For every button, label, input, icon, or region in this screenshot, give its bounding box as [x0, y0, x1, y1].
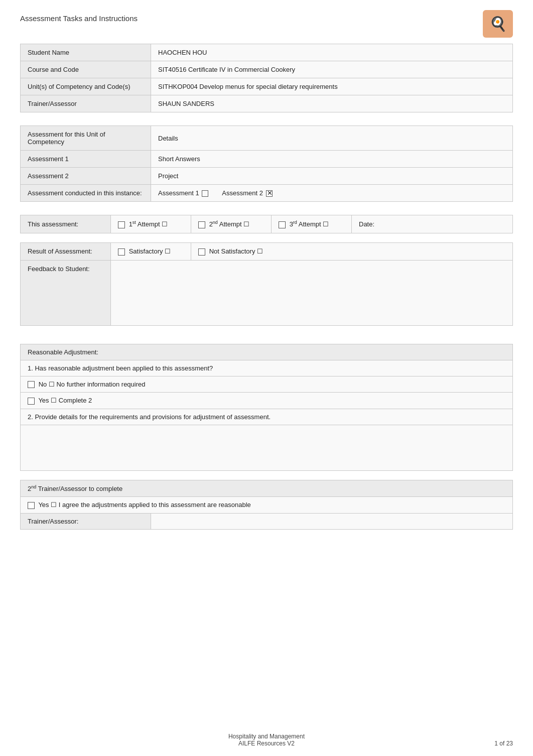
- assess2-checkbox[interactable]: Assessment 2 ✕: [222, 189, 272, 197]
- ra-header: Reasonable Adjustment:: [21, 344, 512, 360]
- ra-item1-text: 1. Has reasonable adjustment been applie…: [28, 364, 213, 372]
- date-label: Date:: [359, 220, 374, 228]
- result-label: Result of Assessment:: [21, 242, 111, 260]
- footer-center-text: Hospitality and ManagementAILFE Resource…: [228, 733, 305, 747]
- ra-details-row[interactable]: [21, 425, 512, 470]
- assess-info-value: Assessment 1 Assessment 2 ✕: [151, 185, 513, 202]
- result-label-text: Result of Assessment:: [28, 247, 92, 255]
- ra-header-text: Reasonable Adjustment:: [28, 348, 98, 356]
- third-attempt-label: 3rd Attempt ☐: [290, 220, 329, 228]
- assess-info-row-1: Assessment 1Short Answers: [21, 151, 513, 168]
- ra-yes-row: Yes ☐ Complete 2: [21, 393, 512, 409]
- assess-info-row-3: Assessment conducted in this instance: A…: [21, 185, 513, 202]
- footer-page: 1 of 23: [494, 740, 513, 747]
- assess-info-label: Assessment for this Unit of Competency: [21, 126, 151, 151]
- ra-no-checkbox[interactable]: [28, 381, 35, 388]
- student-info-value: SIT40516 Certificate IV in Commercial Co…: [151, 61, 513, 78]
- trainer-header-text: 2nd Trainer/Assessor to complete: [28, 485, 122, 492]
- satisfactory-cell: Satisfactory ☐: [111, 242, 191, 260]
- trainer-agree-checkbox[interactable]: [28, 502, 35, 509]
- trainer-assessor-label: Trainer/Assessor:: [21, 514, 151, 529]
- first-attempt-checkbox[interactable]: [118, 221, 125, 228]
- trainer-assessor-label-text: Trainer/Assessor:: [28, 518, 78, 525]
- ra-yes-checkbox[interactable]: [28, 398, 35, 405]
- ra-item2-text: 2. Provide details for the requirements …: [28, 413, 271, 421]
- satisfactory-label: Satisfactory: [129, 247, 163, 255]
- student-info-label: Student Name: [21, 44, 151, 61]
- student-info-label: Unit(s) of Competency and Code(s): [21, 78, 151, 95]
- result-table: Result of Assessment: Satisfactory ☐ Not…: [20, 242, 513, 326]
- assessment-info-table: Assessment for this Unit of CompetencyDe…: [20, 125, 513, 202]
- ra-no-text: No ☐ No further information required: [39, 381, 146, 388]
- not-satisfactory-cell: Not Satisfactory ☐: [191, 242, 513, 260]
- student-info-value: SHAUN SANDERS: [151, 95, 513, 112]
- student-info-row-2: Unit(s) of Competency and Code(s)SITHKOP…: [21, 78, 513, 95]
- reasonable-adjustment-section: Reasonable Adjustment: 1. Has reasonable…: [20, 344, 513, 471]
- assess-info-value: Project: [151, 168, 513, 185]
- feedback-content-cell[interactable]: [111, 260, 513, 325]
- trainer-agree-row: Yes ☐ I agree the adjustments applied to…: [21, 497, 512, 514]
- assess-info-label: Assessment 1: [21, 151, 151, 168]
- student-info-row-1: Course and CodeSIT40516 Certificate IV i…: [21, 61, 513, 78]
- page-title: Assessment Tasks and Instructions: [20, 10, 138, 23]
- third-attempt-checkbox[interactable]: [279, 221, 286, 228]
- trainer-header: 2nd Trainer/Assessor to complete: [21, 480, 512, 497]
- page: Assessment Tasks and Instructions 🍳 Stud…: [0, 0, 533, 756]
- logo: 🍳: [483, 10, 513, 38]
- student-info-value: HAOCHEN HOU: [151, 44, 513, 61]
- this-assessment-label: This assessment:: [21, 215, 111, 233]
- feedback-label-cell: Feedback to Student:: [21, 260, 111, 325]
- student-info-row-0: Student NameHAOCHEN HOU: [21, 44, 513, 61]
- assess-info-row-0: Assessment for this Unit of CompetencyDe…: [21, 126, 513, 151]
- date-cell: Date:: [352, 215, 513, 233]
- satisfactory-checkbox[interactable]: [118, 248, 125, 256]
- assess-info-value: Details: [151, 126, 513, 151]
- second-attempt-label: 2nd Attempt ☐: [209, 220, 250, 228]
- not-satisfactory-label: Not Satisfactory: [209, 247, 255, 255]
- satisfactory-checkbox-box: ☐: [165, 247, 171, 255]
- second-attempt-checkbox[interactable]: [198, 221, 205, 228]
- trainer-agree-text: Yes ☐ I agree the adjustments applied to…: [38, 501, 250, 509]
- trainer-assessor-row: Trainer/Assessor:: [21, 514, 512, 529]
- ra-no-row: No ☐ No further information required: [21, 376, 512, 393]
- not-satisfactory-checkbox-box: ☐: [257, 247, 263, 255]
- attempt-table: This assessment: 1st Attempt ☐ 2nd Attem…: [20, 215, 513, 233]
- ra-item2-row: 2. Provide details for the requirements …: [21, 409, 512, 425]
- student-info-row-3: Trainer/AssessorSHAUN SANDERS: [21, 95, 513, 112]
- student-info-value: SITHKOP004 Develop menus for special die…: [151, 78, 513, 95]
- assess-info-label: Assessment 2: [21, 168, 151, 185]
- feedback-label: Feedback to Student:: [28, 265, 90, 273]
- second-attempt-cell: 2nd Attempt ☐: [191, 215, 272, 233]
- assess1-checkbox[interactable]: Assessment 1: [158, 189, 208, 197]
- footer: Hospitality and ManagementAILFE Resource…: [0, 733, 533, 747]
- student-info-table: Student NameHAOCHEN HOUCourse and CodeSI…: [20, 44, 513, 112]
- third-attempt-cell: 3rd Attempt ☐: [272, 215, 352, 233]
- footer-page-text: 1 of 23: [494, 740, 513, 747]
- ra-item1-row: 1. Has reasonable adjustment been applie…: [21, 360, 512, 376]
- first-attempt-label: 1st Attempt ☐: [129, 220, 168, 228]
- assess-info-row-2: Assessment 2Project: [21, 168, 513, 185]
- trainer-section: 2nd Trainer/Assessor to complete Yes ☐ I…: [20, 480, 513, 530]
- ra-yes-text: Yes ☐ Complete 2: [38, 397, 92, 404]
- student-info-label: Trainer/Assessor: [21, 95, 151, 112]
- first-attempt-cell: 1st Attempt ☐: [111, 215, 191, 233]
- not-satisfactory-checkbox[interactable]: [198, 248, 205, 256]
- assess-info-label: Assessment conducted in this instance:: [21, 185, 151, 202]
- assess-info-value: Short Answers: [151, 151, 513, 168]
- trainer-assessor-value[interactable]: [151, 514, 512, 529]
- page-header: Assessment Tasks and Instructions 🍳: [20, 10, 513, 38]
- student-info-label: Course and Code: [21, 61, 151, 78]
